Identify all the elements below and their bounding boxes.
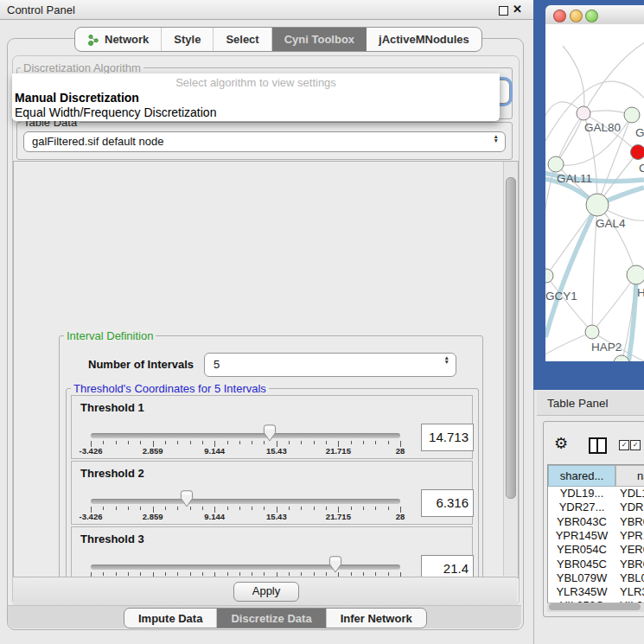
slider-tick	[351, 441, 352, 444]
thresholds-group-label: Threshold's Coordinates for 5 Intervals	[71, 382, 269, 395]
network-edge-highlighted	[628, 275, 636, 361]
threshold-value-field[interactable]: 21.4	[421, 555, 474, 578]
slider-tick	[103, 441, 104, 444]
tab-discretize-data[interactable]: Discretize Data	[217, 609, 326, 628]
gear-icon[interactable]: ⚙	[554, 434, 568, 453]
tab-network[interactable]: Network	[75, 28, 162, 51]
zoom-traffic-light-icon[interactable]	[585, 10, 598, 22]
network-edge-highlighted	[545, 205, 597, 337]
minimize-traffic-light-icon[interactable]	[570, 10, 583, 22]
network-edge	[563, 46, 584, 113]
close-icon[interactable]: ✕	[513, 3, 522, 16]
slider-thumb[interactable]	[328, 556, 342, 573]
shared-name-cell[interactable]: YDR27...	[548, 501, 615, 513]
table-row[interactable]: YDR27...YDR2	[548, 501, 644, 514]
name-cell[interactable]: YLR3	[620, 585, 644, 598]
threshold-panel: Threshold 3-3.4262.8599.14415.4321.71528…	[71, 526, 473, 578]
slider-tick	[140, 441, 141, 444]
network-node[interactable]	[585, 325, 599, 339]
slider-thumb[interactable]	[180, 490, 194, 507]
network-node[interactable]	[631, 145, 644, 160]
tab-style[interactable]: Style	[162, 28, 214, 51]
popup-option-manual-discretization[interactable]: Manual Discretization	[15, 91, 139, 105]
slider-track[interactable]	[91, 499, 400, 504]
number-of-intervals-spinner[interactable]: 5 ▲▼	[204, 353, 456, 377]
slider-tick	[314, 441, 315, 444]
name-cell[interactable]: YDR2	[620, 501, 644, 513]
spinner-arrows-icon[interactable]: ▲▼	[494, 134, 499, 143]
checkbox-icon[interactable]: ✓	[619, 440, 629, 450]
slider-tick	[388, 507, 389, 510]
node-attribute-table[interactable]: shared... na YDL19...YDL1YDR27...YDR2YBR…	[547, 464, 644, 603]
network-node[interactable]	[627, 265, 644, 284]
name-cell[interactable]: YPR1	[620, 529, 644, 542]
tab-cyni-toolbox[interactable]: Cyni Toolbox	[272, 28, 367, 51]
name-cell[interactable]: YBL0	[620, 571, 644, 584]
column-header-name[interactable]: na	[615, 465, 644, 487]
name-cell[interactable]: YDL1	[620, 487, 644, 500]
slider-track[interactable]	[91, 564, 400, 570]
tab-style-label: Style	[174, 33, 201, 46]
slider-tick	[264, 507, 265, 510]
tab-infer-network[interactable]: Infer Network	[327, 609, 426, 628]
shared-name-cell[interactable]: YBL079W	[548, 571, 615, 584]
tab-select[interactable]: Select	[214, 28, 271, 51]
slider-tick	[227, 441, 228, 444]
slider-tick	[227, 572, 228, 576]
table-row[interactable]: YDL19...YDL1	[548, 487, 644, 501]
network-node[interactable]	[624, 107, 640, 123]
tab-jactivemnodules[interactable]: jActiveMNodules	[367, 28, 481, 51]
slider-tick-label: 2.859	[143, 512, 163, 521]
slider-tick-label: 21.715	[326, 446, 351, 456]
slider-track[interactable]	[91, 433, 400, 438]
shared-name-cell[interactable]: YER054C	[548, 543, 615, 556]
slider-tick-label: 28	[396, 446, 405, 456]
table-row[interactable]: YPR145WYPR1	[548, 529, 644, 543]
slider-tick	[202, 441, 203, 444]
shared-name-cell[interactable]: YPR145W	[548, 529, 615, 542]
slider-tick	[326, 507, 327, 510]
apply-button[interactable]: Apply	[233, 582, 299, 602]
slider-tick	[252, 507, 252, 510]
close-traffic-light-icon[interactable]	[553, 10, 566, 22]
checkbox-icon[interactable]: ✓	[630, 440, 641, 450]
network-node[interactable]	[614, 355, 629, 361]
network-view-canvas[interactable]: GAL80GACGAL11GAL4GCY1HHAP2	[545, 24, 644, 361]
slider-tick	[264, 572, 265, 576]
table-row[interactable]: YLR345WYLR3	[548, 585, 644, 599]
table-data-combobox[interactable]: galFiltered.sif default node ▲▼	[23, 131, 506, 152]
shared-name-cell[interactable]: YLR345W	[548, 585, 615, 598]
network-node[interactable]	[545, 269, 553, 283]
network-node-label: GAL11	[557, 172, 592, 185]
table-row[interactable]: YBL079WYBL0	[548, 571, 644, 585]
name-cell[interactable]: YBR0	[620, 558, 644, 571]
name-cell[interactable]: YER0	[620, 543, 644, 556]
spinner-arrows-icon[interactable]: ▲▼	[444, 355, 450, 364]
split-columns-icon[interactable]	[589, 437, 607, 454]
column-header-shared-name[interactable]: shared...	[548, 465, 615, 487]
float-window-icon[interactable]	[499, 6, 508, 16]
table-row[interactable]: YER054CYER0	[548, 543, 644, 557]
popup-option-equal-width-frequency[interactable]: Equal Width/Frequency Discretization	[15, 105, 216, 119]
top-tab-bar: Network Style Select Cyni Toolbox jActiv…	[74, 27, 482, 52]
shared-name-cell[interactable]: YBR043C	[548, 515, 615, 528]
number-of-intervals-label: Number of Intervals	[88, 358, 194, 371]
settings-scrollbar-thumb[interactable]	[506, 177, 516, 499]
network-node[interactable]	[548, 156, 564, 172]
table-row[interactable]: YBR043CYBR0	[548, 515, 644, 529]
slider-tick	[351, 507, 352, 510]
slider-tick	[128, 507, 129, 510]
shared-name-cell[interactable]: YBR045C	[548, 558, 615, 571]
network-node[interactable]	[577, 106, 590, 120]
network-node[interactable]	[586, 194, 609, 216]
name-cell[interactable]: YBR0	[620, 515, 644, 528]
threshold-value-field[interactable]: 6.316	[421, 489, 474, 517]
tab-impute-data[interactable]: Impute Data	[124, 609, 217, 628]
slider-thumb[interactable]	[263, 424, 277, 442]
shared-name-cell[interactable]: YDL19...	[548, 487, 615, 500]
threshold-value-field[interactable]: 14.713	[421, 424, 474, 451]
table-scrollbar-thumb[interactable]	[549, 603, 641, 610]
table-panel-title: Table Panel	[547, 397, 609, 410]
slider-tick	[177, 507, 178, 510]
table-row[interactable]: YBR045CYBR0	[548, 558, 644, 571]
